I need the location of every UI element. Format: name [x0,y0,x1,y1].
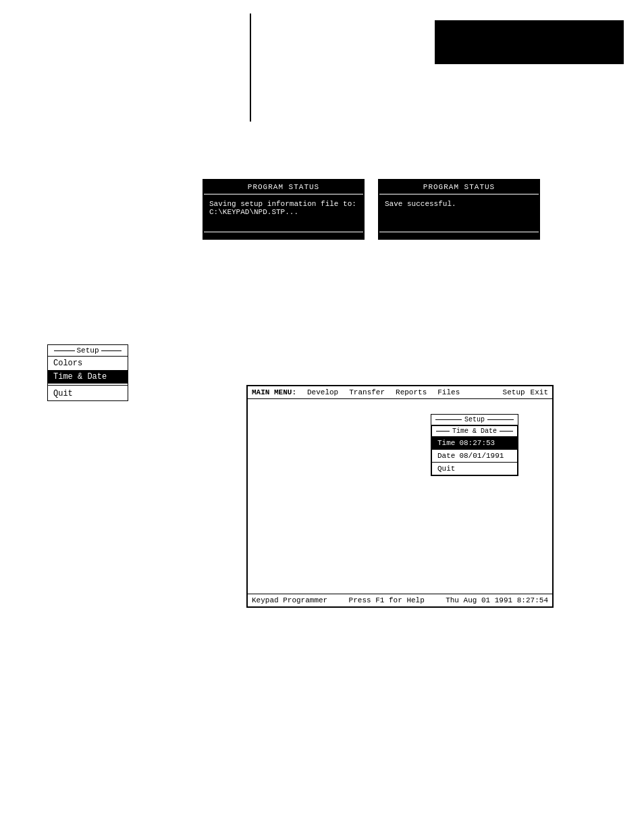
time-date-header: Time & Date [432,426,517,437]
main-content-area: Setup Time & Date Time 08:27:53 [248,399,552,579]
setup-menu-item-time-date[interactable]: Time & Date [48,370,128,384]
statusbar-left: Keypad Programmer [252,596,327,604]
status-box-2-content: Save successful. [379,194,539,232]
status-box-1-line1: Saving setup information file to: [209,200,358,208]
main-menu-label: MAIN MENU: [252,388,296,396]
setup-dropdown-outer: Setup Time & Date Time 08:27:53 [431,414,518,476]
status-box-1-content: Saving setup information file to: C:\KEY… [204,194,363,232]
menu-item-transfer[interactable]: Transfer [349,388,385,396]
setup-menu-container: Setup Colors Time & Date Quit [47,344,128,401]
main-menubar: MAIN MENU: Develop Transfer Reports File… [248,386,552,399]
main-window: MAIN MENU: Develop Transfer Reports File… [246,385,554,608]
vertical-divider [250,14,251,122]
program-status-box-2: PROGRAM STATUS Save successful. [378,179,540,240]
status-box-2-title: PROGRAM STATUS [379,180,539,194]
setup-header-line-right [101,350,122,351]
setup-dropdown: Setup Time & Date Time 08:27:53 [431,414,518,476]
status-box-1-title: PROGRAM STATUS [204,180,363,194]
date-label: Date [437,452,455,460]
program-status-box-1: PROGRAM STATUS Saving setup information … [203,179,365,240]
menu-item-setup[interactable]: Setup [503,388,525,396]
time-value: 08:27:53 [459,439,495,447]
setup-dropdown-header: Setup [431,415,518,425]
status-box-2-footer [379,232,539,238]
setup-menu-header: Setup [48,345,128,357]
setup-menu-item-quit[interactable]: Quit [48,387,128,400]
menu-item-exit[interactable]: Exit [531,388,548,396]
setup-menu-divider [48,385,128,386]
menu-item-reports[interactable]: Reports [396,388,427,396]
status-boxes-area: PROGRAM STATUS Saving setup information … [203,179,540,240]
top-banner [435,20,624,64]
statusbar-center: Press F1 for Help [349,596,425,604]
main-statusbar: Keypad Programmer Press F1 for Help Thu … [248,594,552,606]
status-box-1-footer [204,232,363,238]
setup-menu-header-label: Setup [77,346,99,355]
date-value: 08/01/1991 [459,452,504,460]
time-field-item[interactable]: Time 08:27:53 [432,437,517,449]
statusbar-right: Thu Aug 01 1991 8:27:54 [446,596,548,604]
menu-item-develop[interactable]: Develop [307,388,338,396]
time-date-submenu: Time & Date Time 08:27:53 Date 08/01/199… [431,425,518,475]
status-box-2-message: Save successful. [385,200,533,208]
status-box-1-line2: C:\KEYPAD\NPD.STP... [209,208,358,216]
menu-item-files[interactable]: Files [437,388,460,396]
submenu-quit-label: Quit [437,465,455,473]
setup-header-line-left [54,350,75,351]
time-label: Time [437,439,455,447]
submenu-quit-item[interactable]: Quit [432,463,517,475]
setup-menu-item-colors[interactable]: Colors [48,357,128,370]
setup-dropdown-header-label: Setup [462,416,487,423]
setup-menu: Setup Colors Time & Date Quit [47,344,128,401]
time-date-header-label: Time & Date [450,427,500,435]
date-field-item[interactable]: Date 08/01/1991 [432,450,517,462]
